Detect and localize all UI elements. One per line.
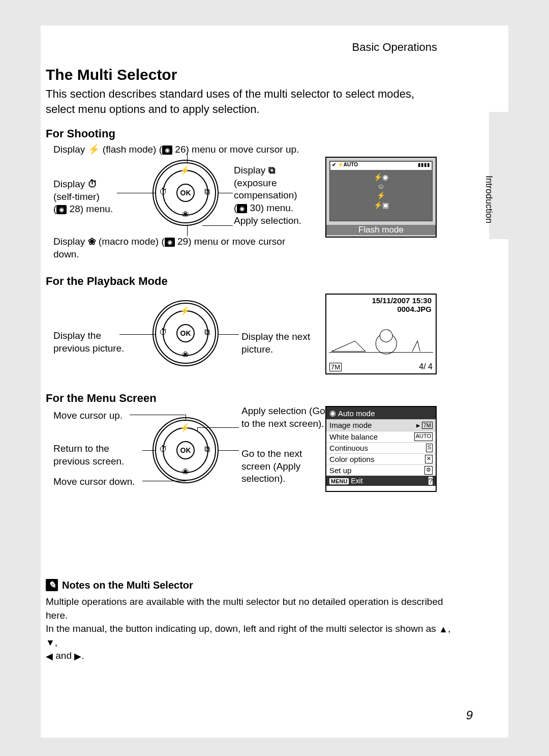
flash-mode-label: Flash mode xyxy=(326,225,436,235)
flash-icon: ⚡ xyxy=(179,165,191,176)
shoot-bottom-label: Display ❀ (macro mode) (◉ 29) menu or mo… xyxy=(53,236,308,260)
menu-row: Color options✕ xyxy=(326,453,436,464)
menu-row: ContinuousS xyxy=(326,442,436,453)
menu-up-label: Move cursor up. xyxy=(53,410,123,421)
ok-button-icon: OK xyxy=(176,184,195,202)
exposure-icon: ⧉ xyxy=(201,327,212,338)
page-number: 9 xyxy=(466,708,473,722)
side-tab: Introduction xyxy=(489,112,508,239)
macro-icon: ❀ xyxy=(179,466,191,477)
shooting-screen-preview: ✔ ⚡AUTO▮▮▮▮ ⚡◉☺⚡⚡▣ Flash mode xyxy=(325,157,437,238)
multi-selector-wheel: OK ⚡ ❀ ⏱ ⧉ xyxy=(152,300,219,366)
triangle-right-icon: ▶ xyxy=(74,650,81,663)
flash-icon: ⚡ xyxy=(179,305,191,316)
playback-resolution: 7M xyxy=(329,363,342,371)
svg-point-1 xyxy=(380,330,392,342)
ok-button-icon: OK xyxy=(176,441,195,459)
menu-return-label: Return to the previous screen. xyxy=(53,443,145,468)
playback-right-label: Display the next picture. xyxy=(241,331,313,356)
exposure-icon: ⧉ xyxy=(201,186,212,197)
multi-selector-wheel: OK ⚡ ❀ ⏱ ⧉ xyxy=(152,160,219,226)
camera-icon: ◉ xyxy=(329,409,336,418)
menu-apply-label: Apply selection (Go to the next screen). xyxy=(241,405,333,430)
playback-filename: 0004.JPG xyxy=(397,305,432,313)
timer-icon: ⏱ xyxy=(158,327,169,338)
ok-button-icon: OK xyxy=(176,324,195,342)
shoot-left-label: Display ⏱ (self-timer) (◉ 28) menu. xyxy=(53,178,119,216)
menu-next-label: Go to the next screen (Apply selection). xyxy=(241,448,333,485)
menu-row: Image mode▸7M xyxy=(326,419,436,431)
timer-icon: ⏱ xyxy=(158,186,169,197)
book-icon: ◉ xyxy=(162,146,172,155)
menu-title: Auto mode xyxy=(338,409,375,418)
triangle-up-icon: ▲ xyxy=(439,623,448,636)
intro-text: This section describes standard uses of … xyxy=(46,86,442,117)
playback-screen-preview: 15/11/2007 15:30 0004.JPG 7M 4/ 4 xyxy=(325,294,437,374)
page-title: The Multi Selector xyxy=(46,66,177,83)
header-section: Basic Operations xyxy=(352,41,437,54)
timer-icon: ⏱ xyxy=(158,444,169,455)
side-tab-label: Introduction xyxy=(483,176,494,223)
notes-body: Multiple operations are available with t… xyxy=(46,595,452,663)
heading-shooting: For Shooting xyxy=(46,127,115,140)
playback-date: 15/11/2007 15:30 xyxy=(372,296,432,305)
shoot-right-label: Display ⧉ (exposure compensation) (◉ 30)… xyxy=(234,164,325,227)
playback-left-label: Display the previous picture. xyxy=(53,330,125,355)
exposure-icon: ⧉ xyxy=(201,444,212,455)
menu-row: Set up⚙ xyxy=(326,464,436,476)
heading-menu: For the Menu Screen xyxy=(46,392,157,405)
multi-selector-wheel: OK ⚡ ❀ ⏱ ⧉ xyxy=(152,417,219,483)
menu-down-label: Move cursor down. xyxy=(53,476,135,487)
heading-playback: For the Playback Mode xyxy=(46,275,168,288)
pencil-icon: ✎ xyxy=(46,579,58,591)
menu-screen-preview: ◉Auto mode Image mode▸7M White balanceAU… xyxy=(325,406,437,492)
triangle-down-icon: ▼ xyxy=(46,636,55,649)
flash-icon: ⚡ xyxy=(179,422,191,433)
book-icon: ◉ xyxy=(237,204,247,213)
book-icon: ◉ xyxy=(56,205,67,214)
macro-icon: ❀ xyxy=(179,349,191,360)
menu-row: White balanceAUTO xyxy=(326,431,436,442)
macro-icon: ❀ xyxy=(179,209,191,220)
book-icon: ◉ xyxy=(165,238,175,247)
playback-count: 4/ 4 xyxy=(419,362,433,371)
shoot-top-label: Display ⚡ (flash mode) (◉ 26) menu or mo… xyxy=(53,143,299,155)
notes-heading: ✎ Notes on the Multi Selector xyxy=(46,579,193,591)
playback-illustration xyxy=(329,315,433,362)
triangle-left-icon: ◀ xyxy=(46,650,53,663)
